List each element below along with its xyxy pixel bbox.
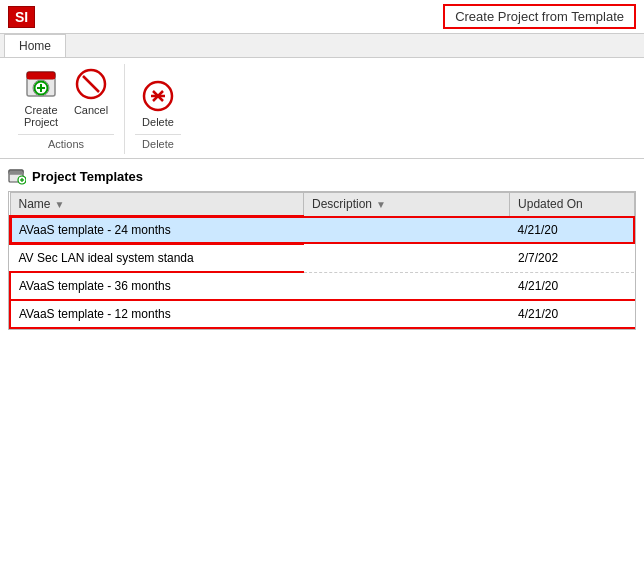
title-bar: SI Create Project from Template (0, 0, 644, 34)
col-header-description: Description ▼ (304, 193, 510, 217)
row-updated: 4/21/20 (510, 272, 635, 300)
tab-bar: Home (0, 34, 644, 58)
row-updated: 2/7/202 (510, 244, 635, 272)
section-title: Project Templates (32, 169, 143, 184)
section-icon (8, 167, 26, 185)
templates-grid: Name ▼ Description ▼ Updated On (9, 192, 635, 329)
delete-icon (140, 78, 176, 114)
delete-label: Delete (142, 116, 174, 128)
row-updated: 4/21/20 (510, 216, 635, 244)
tab-home[interactable]: Home (4, 34, 66, 57)
table-row[interactable]: AVaaS template - 24 months 4/21/20 (10, 216, 635, 244)
svg-rect-2 (27, 76, 55, 79)
cancel-label: Cancel (74, 104, 108, 116)
row-description (304, 244, 510, 272)
delete-button[interactable]: Delete (135, 76, 181, 130)
delete-group-label: Delete (135, 134, 181, 150)
col-header-name: Name ▼ (10, 193, 304, 217)
delete-buttons: Delete (135, 76, 181, 130)
name-filter-icon[interactable]: ▼ (55, 199, 65, 210)
svg-rect-16 (9, 172, 23, 174)
description-filter-icon[interactable]: ▼ (376, 199, 386, 210)
table-row[interactable]: AVaaS template - 12 months 4/21/20 (10, 300, 635, 328)
content-area: Project Templates Name ▼ Description ▼ (0, 159, 644, 330)
row-description (304, 216, 510, 244)
project-templates-table: Name ▼ Description ▼ Updated On (8, 191, 636, 330)
ribbon-group-actions: CreateProject Cancel Actions (8, 64, 125, 154)
create-project-button[interactable]: CreateProject (18, 64, 64, 130)
create-project-title: Create Project from Template (443, 4, 636, 29)
create-project-label: CreateProject (24, 104, 58, 128)
row-description (304, 272, 510, 300)
table-row[interactable]: AVaaS template - 36 months 4/21/20 (10, 272, 635, 300)
row-name: AVaaS template - 12 months (10, 300, 304, 328)
svg-line-9 (83, 76, 99, 92)
cancel-button[interactable]: Cancel (68, 64, 114, 130)
row-name: AVaaS template - 24 months (10, 216, 304, 244)
actions-group-label: Actions (18, 134, 114, 150)
table-row[interactable]: AV Sec LAN ideal system standa 2/7/202 (10, 244, 635, 272)
section-header: Project Templates (8, 167, 636, 185)
ribbon-group-delete: Delete Delete (125, 76, 191, 154)
actions-buttons: CreateProject Cancel (18, 64, 114, 130)
row-name: AVaaS template - 36 months (10, 272, 304, 300)
row-name: AV Sec LAN ideal system standa (10, 244, 304, 272)
row-description (304, 300, 510, 328)
ribbon: CreateProject Cancel Actions (0, 58, 644, 159)
app-logo: SI (8, 6, 35, 28)
create-icon (23, 66, 59, 102)
row-updated: 4/21/20 (510, 300, 635, 328)
table-header-row: Name ▼ Description ▼ Updated On (10, 193, 635, 217)
col-header-updated: Updated On (510, 193, 635, 217)
cancel-icon (73, 66, 109, 102)
